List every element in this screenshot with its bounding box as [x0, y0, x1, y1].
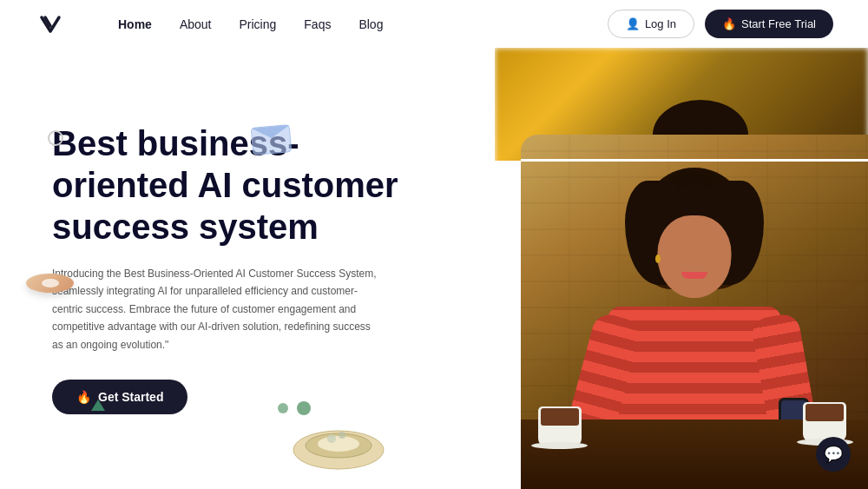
deco-torus: [286, 420, 391, 472]
nav-blog[interactable]: Blog: [358, 17, 383, 31]
separator-line: [521, 159, 868, 162]
nav-faqs[interactable]: Faqs: [304, 17, 331, 31]
deco-dot-1: [278, 403, 288, 413]
hero-section: Best business-oriented AI customer succe…: [0, 48, 868, 489]
fire-icon-2: 🔥: [76, 390, 91, 404]
navbar: Home About Pricing Faqs Blog 👤 Log In 🔥 …: [0, 0, 868, 48]
fire-icon: 🔥: [722, 17, 736, 30]
logo[interactable]: [35, 9, 66, 40]
hero-title: Best business-oriented AI customer succe…: [52, 122, 434, 248]
trial-button[interactable]: 🔥 Start Free Trial: [705, 10, 833, 38]
svg-point-3: [327, 434, 336, 443]
svg-point-4: [339, 432, 345, 439]
nav-about[interactable]: About: [180, 17, 212, 31]
get-started-button[interactable]: 🔥 Get Started: [52, 380, 187, 414]
deco-dot-2: [297, 401, 311, 415]
svg-point-2: [318, 436, 359, 452]
main-photo: [521, 135, 868, 489]
nav-links: Home About Pricing Faqs Blog: [118, 17, 608, 31]
login-label: Log In: [645, 17, 676, 30]
nav-actions: 👤 Log In 🔥 Start Free Trial: [608, 10, 833, 38]
deco-ring: [26, 274, 74, 293]
hero-description: Introducing the Best Business-Oriented A…: [52, 265, 382, 354]
deco-envelope: [251, 124, 293, 155]
hero-right: 💬: [495, 48, 868, 489]
nav-pricing[interactable]: Pricing: [240, 17, 277, 31]
chat-bubble[interactable]: 💬: [816, 437, 851, 472]
nav-home[interactable]: Home: [118, 17, 152, 31]
login-icon: 👤: [626, 17, 640, 30]
login-button[interactable]: 👤 Log In: [608, 10, 694, 38]
deco-dots: [278, 401, 311, 415]
chat-icon: 💬: [824, 445, 843, 464]
cta-label: Get Started: [98, 390, 163, 404]
trial-label: Start Free Trial: [741, 17, 816, 30]
deco-circle: [48, 130, 63, 146]
hero-left: Best business-oriented AI customer succe…: [0, 48, 495, 489]
deco-triangle: [91, 400, 105, 411]
